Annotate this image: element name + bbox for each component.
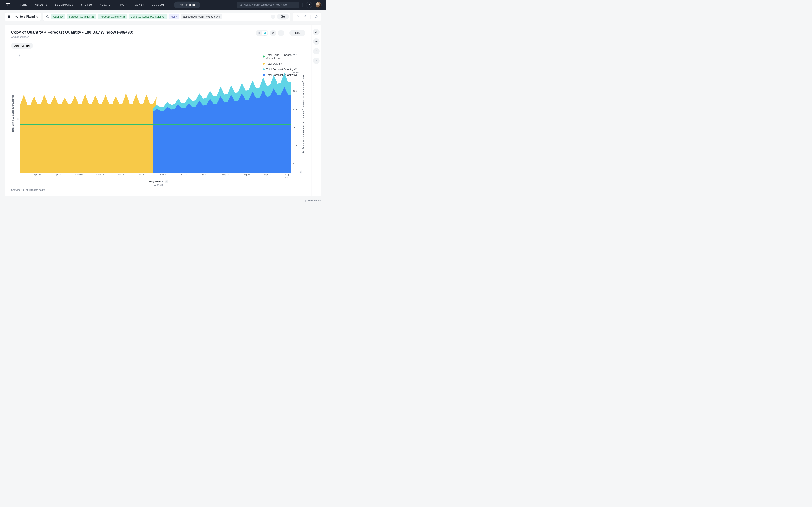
legend-label: Total Covid-19 Cases (Cumulative) xyxy=(266,54,307,60)
info-icon xyxy=(315,50,318,53)
svg-line-9 xyxy=(48,17,49,18)
redo-icon xyxy=(303,15,307,18)
nav-admin[interactable]: ADMIN xyxy=(135,3,144,6)
history-controls xyxy=(293,12,321,21)
legend-label: Total Quantity xyxy=(266,62,283,65)
add-description[interactable]: Add description xyxy=(11,36,133,39)
x-axis-subtitle: for 2023 xyxy=(11,184,305,187)
legend-label: Total Forecast Quantity (2) xyxy=(266,68,297,71)
nav-develop[interactable]: DEVELOP xyxy=(152,3,165,6)
nav-home[interactable]: HOME xyxy=(20,3,27,6)
ask-input[interactable]: Ask any business question you have xyxy=(237,2,299,8)
undo-icon xyxy=(296,15,300,18)
legend-item[interactable]: Total Forecast Quantity (3) xyxy=(263,73,307,76)
left-axis-label: Total Covid-19 Cases (Cumulative) xyxy=(11,54,15,173)
date-filter-chip[interactable]: Date (Select) xyxy=(11,43,33,49)
svg-point-16 xyxy=(280,33,281,33)
pill-forecast-3[interactable]: Forecast Quantity (3) xyxy=(98,14,126,19)
info-button[interactable] xyxy=(313,48,319,54)
answer-title[interactable]: Copy of Quantity + Forecast Quantity - 1… xyxy=(11,30,133,34)
x-axis-ticks: Apr 10Apr 24May 08May 22Jun 05Jun 19Jul … xyxy=(22,173,294,177)
gear-icon xyxy=(315,40,318,43)
filter-label: Date xyxy=(14,44,19,47)
query-bar[interactable]: Quantity Forecast Quantity (2) Forecast … xyxy=(43,12,291,21)
legend-item[interactable]: Total Covid-19 Cases (Cumulative) xyxy=(263,54,307,60)
card-actions: Pin xyxy=(256,30,305,36)
svg-point-28 xyxy=(305,202,306,202)
svg-rect-7 xyxy=(8,17,10,17)
pill-daily[interactable]: daily xyxy=(169,14,179,19)
clear-query-button[interactable] xyxy=(271,14,275,19)
nav-spotiq[interactable]: SPOTIQ xyxy=(81,3,92,6)
spotiq-button[interactable] xyxy=(313,58,319,64)
nav-liveboards[interactable]: LIVEBOARDS xyxy=(55,3,73,6)
user-avatar[interactable] xyxy=(315,2,322,8)
reset-button[interactable] xyxy=(315,15,318,18)
filter-value: (Select) xyxy=(21,44,30,47)
svg-rect-1 xyxy=(7,3,8,6)
chevron-down-icon: ▾ xyxy=(162,180,163,183)
legend-swatch xyxy=(263,74,264,76)
svg-rect-27 xyxy=(305,200,306,201)
legend-label: Total Forecast Quantity (3) xyxy=(266,73,297,76)
share-icon xyxy=(272,32,274,34)
more-icon xyxy=(280,32,282,34)
view-table-button[interactable] xyxy=(256,31,262,36)
svg-rect-12 xyxy=(258,32,260,34)
pill-date-range[interactable]: last 90 days today next 90 days xyxy=(181,14,222,19)
svg-point-23 xyxy=(316,41,317,42)
svg-point-8 xyxy=(46,15,48,17)
data-point-count: Showing 180 of 180 data points xyxy=(11,188,45,191)
pill-quantity[interactable]: Quantity xyxy=(51,14,65,19)
query-search-icon xyxy=(46,15,49,18)
chart-legend: Total Covid-19 Cases (Cumulative) Total … xyxy=(263,54,307,76)
undo-button[interactable] xyxy=(296,15,300,18)
settings-button[interactable] xyxy=(313,38,319,45)
nav-data[interactable]: DATA xyxy=(120,3,128,6)
legend-swatch xyxy=(263,56,264,58)
bar-chart-icon xyxy=(315,31,318,33)
legend-item[interactable]: Total Quantity xyxy=(263,62,307,65)
view-chart-button[interactable] xyxy=(262,31,268,36)
share-button[interactable] xyxy=(270,30,276,36)
data-source-name: Inventory Planning xyxy=(13,15,38,18)
data-source-icon xyxy=(8,15,11,18)
card-right-rail xyxy=(311,25,321,196)
query-row: Inventory Planning Quantity Forecast Qua… xyxy=(0,10,326,21)
table-icon xyxy=(258,32,261,35)
svg-point-2 xyxy=(7,6,8,7)
legend-item[interactable]: Total Forecast Quantity (2) xyxy=(263,68,307,71)
app-logo[interactable] xyxy=(4,1,11,8)
pill-forecast-2[interactable]: Forecast Quantity (2) xyxy=(67,14,96,19)
brand-name: ThoughtSpot xyxy=(308,200,321,202)
ask-placeholder: Ask any business question you have xyxy=(244,3,287,6)
pin-button[interactable]: Pin xyxy=(290,30,305,36)
plot-area[interactable] xyxy=(20,54,291,173)
close-icon xyxy=(272,16,274,17)
search-data-button[interactable]: Search data xyxy=(174,2,200,8)
edit-chart-button[interactable] xyxy=(313,29,319,35)
go-button[interactable]: Go xyxy=(277,14,289,20)
data-source-chip[interactable]: Inventory Planning xyxy=(5,12,41,21)
redo-button[interactable] xyxy=(303,15,307,18)
action-separator xyxy=(287,31,287,35)
bolt-icon xyxy=(315,59,318,62)
nav-monitor[interactable]: MONITOR xyxy=(100,3,113,6)
more-button[interactable] xyxy=(278,30,284,36)
x-axis-title[interactable]: Daily Date ▾ ↑ xyxy=(11,180,305,183)
svg-point-18 xyxy=(282,33,282,33)
left-axis-handle[interactable] xyxy=(18,54,20,57)
left-axis: 0 xyxy=(15,54,18,173)
app-header: HOME ANSWERS LIVEBOARDS SPOTIQ MONITOR D… xyxy=(0,0,326,10)
right-axis-handle[interactable] xyxy=(300,170,301,173)
help-button[interactable]: ? xyxy=(306,2,312,8)
top-nav: HOME ANSWERS LIVEBOARDS SPOTIQ MONITOR D… xyxy=(20,3,165,6)
pill-covid[interactable]: Covid-19 Cases (Cumulative) xyxy=(129,14,167,19)
nav-answers[interactable]: ANSWERS xyxy=(35,3,47,6)
view-mode-toggle xyxy=(256,30,268,36)
brand-footer: ThoughtSpot xyxy=(304,200,321,202)
sort-asc-button[interactable]: ↑ xyxy=(165,180,168,183)
search-icon xyxy=(240,3,242,6)
svg-rect-20 xyxy=(315,32,316,33)
svg-rect-6 xyxy=(8,16,10,17)
